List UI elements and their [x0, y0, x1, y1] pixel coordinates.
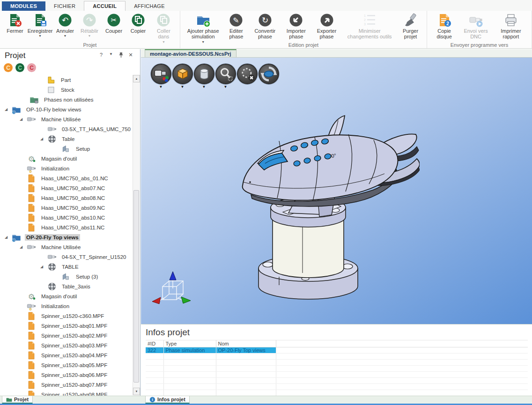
purger-projet-button[interactable]: Purger projet: [397, 12, 424, 41]
expand-arrow-icon[interactable]: ◢: [5, 107, 12, 111]
copier-button[interactable]: Copier: [126, 12, 150, 35]
svg-text:i: i: [152, 398, 153, 402]
button-label: Coller dans: [152, 28, 176, 40]
status-tab-projet[interactable]: Projet: [2, 396, 33, 404]
tree-item-op-20-fly-top-views[interactable]: ◢5OP-20-Fly Top views: [0, 232, 132, 242]
editer-phase-button[interactable]: ✎Editer phase: [223, 12, 249, 41]
folder-plus-icon: [196, 13, 210, 27]
panel-title: Projet: [5, 51, 25, 60]
tree-item-stock[interactable]: Stock: [0, 85, 132, 95]
annuler-button[interactable]: ↶Annuler▼: [53, 12, 77, 38]
machine-display-button[interactable]: ▼: [150, 64, 171, 89]
ribbon-tab-fichier[interactable]: FICHIER: [45, 1, 84, 11]
stock-display-button[interactable]: ▼: [193, 64, 214, 89]
tree-item-setup-3[interactable]: Setup (3): [0, 272, 132, 281]
tree-item-spinner-u1520-abq07-mpf[interactable]: Spinner_u1520-abq07.MPF: [0, 380, 132, 390]
enregistrer-button[interactable]: Enregistrer▼: [27, 12, 53, 38]
tree-item-04-5x-tt-spinner-u1520[interactable]: 04-5X_TT_Spinner_U1520: [0, 252, 132, 262]
table-row-selected[interactable]: 322Phase simulationOP-20-Fly Top views: [146, 347, 528, 353]
expand-arrow-icon[interactable]: ◢: [20, 117, 27, 121]
button-label: Fermer: [7, 28, 23, 34]
tree-item-spinner-u1520-abq08-mpf[interactable]: Spinner_u1520-abq08.MPF: [0, 390, 132, 396]
importer-phase-button[interactable]: Importer phase: [281, 12, 311, 41]
scroll-down-button[interactable]: ▼: [133, 388, 140, 395]
convertir-phase-button[interactable]: ↻Convertir phase: [249, 12, 281, 41]
part-display-button[interactable]: ▼: [172, 64, 193, 89]
tree-item-machine-utilis-e[interactable]: ◢Machine Utilisée: [0, 242, 132, 252]
tree-item-spinner-u1520-abq05-mpf[interactable]: Spinner_u1520-abq05.MPF: [0, 360, 132, 370]
panel-collapse-button[interactable]: ▼: [108, 52, 114, 59]
tree-item-table[interactable]: ◢Table: [0, 134, 132, 144]
tree-item-spinner-u1520-abq02-mpf[interactable]: Spinner_u1520-abq02.MPF: [0, 331, 132, 340]
tree-item-op-10-fly-below-views[interactable]: ◢5OP-10-Fly below views: [0, 104, 132, 114]
tree-scrollbar[interactable]: ▲ ▼: [133, 75, 140, 395]
envoi-vers-dnc-button: Envoi vers DNC: [458, 12, 493, 41]
tree-item-haas-umc750-abs-01-nc[interactable]: Haas_UMC750_abs_01.NC: [0, 173, 132, 183]
dashed-x-icon: [237, 64, 258, 84]
viewport-3d[interactable]: ▼▼▼▼▼▼: [141, 58, 532, 324]
ajouter-phase-simulation-button[interactable]: Ajouter phase simulation▼: [183, 12, 223, 44]
table-row-empty: [146, 360, 528, 366]
tree-item-machine-utilis-e[interactable]: ◢Machine Utilisée: [0, 114, 132, 124]
fermer-button[interactable]: Fermer: [3, 12, 27, 35]
panel-help-button[interactable]: ?: [98, 52, 104, 59]
tree-item-phases-non-utilis-es[interactable]: Phases non utilisées: [0, 95, 132, 104]
couper-button[interactable]: ✂Couper: [102, 12, 126, 35]
column-header-id[interactable]: #ID: [146, 340, 163, 347]
tree-root-icon-1[interactable]: C: [4, 63, 13, 72]
refresh-view-button[interactable]: ▼: [258, 64, 279, 89]
scroll-up-button[interactable]: ▲: [133, 75, 140, 82]
tree-item-spinner-u1520-abq01-mpf[interactable]: Spinner_u1520-abq01.MPF: [0, 321, 132, 331]
expand-arrow-icon[interactable]: ◢: [20, 245, 27, 249]
tree-item-initialization[interactable]: ⚙Initialization: [0, 301, 132, 311]
tree-item-haas-umc750-abs11-nc[interactable]: Haas_UMC750_abs11.NC: [0, 222, 132, 232]
tree-root-icon-3[interactable]: C: [27, 63, 36, 72]
tree-item-part[interactable]: Part: [0, 75, 132, 85]
column-header-type[interactable]: Type: [163, 340, 216, 347]
tree-item-haas-umc750-abs07-nc[interactable]: Haas_UMC750_abs07.NC: [0, 183, 132, 193]
table-row-empty: [146, 353, 528, 360]
ribbon-tab-accueil[interactable]: ACCUEIL: [84, 1, 126, 11]
tree-item-table[interactable]: ◢TABLE: [0, 262, 132, 272]
exporter-phase-button[interactable]: Exporter phase: [311, 12, 342, 41]
tree-root-icon-2[interactable]: C: [15, 63, 24, 72]
expand-arrow-icon[interactable]: ◢: [40, 265, 47, 269]
tree-item-haas-umc750-abs09-nc[interactable]: Haas_UMC750_abs09.NC: [0, 203, 132, 213]
dropdown-arrow-icon: ▼: [64, 34, 67, 37]
tree-item-spinner-u1520-abq04-mpf[interactable]: Spinner_u1520-abq04.MPF: [0, 350, 132, 360]
zoom-tools-button[interactable]: ▼: [215, 64, 236, 89]
document-tab[interactable]: montage-avion-DESSOUS.NcsPrj: [145, 49, 236, 57]
tree-item-initialization[interactable]: ⚙Initialization: [0, 163, 132, 173]
ribbon-tab-affichage[interactable]: AFFICHAGE: [126, 1, 173, 11]
svg-text:⚙: ⚙: [29, 169, 32, 173]
selection-clear-button[interactable]: ▼: [236, 64, 258, 89]
panel-close-button[interactable]: ✕: [128, 52, 133, 59]
tree-item-haas-umc750-abs10-nc[interactable]: Haas_UMC750_abs10.NC: [0, 213, 132, 222]
svg-text:2: 2: [364, 18, 366, 22]
tree-item-setup[interactable]: Setup: [0, 144, 132, 154]
status-tab-infos[interactable]: i Infos projet: [145, 396, 190, 404]
column-header-nom[interactable]: Nom: [216, 340, 276, 347]
nc-file-icon: [27, 321, 36, 331]
ribbon-group-envoyer-programme-vers: 2Copie disqueEnvoi vers DNCImprimer rapp…: [427, 11, 532, 48]
tree-item-spinner-u1520-abq03-mpf[interactable]: Spinner_u1520-abq03.MPF: [0, 340, 132, 350]
dropdown-arrow-icon: ▼: [38, 34, 42, 37]
panel-pin-button[interactable]: [118, 52, 124, 59]
tree-item-spinner-u1520-c360-mpf[interactable]: Spinner_u1520-c360.MPF: [0, 311, 132, 321]
imprimer-rapport-button[interactable]: Imprimer rapport: [493, 12, 529, 41]
copie-disque-button[interactable]: 2Copie disque: [430, 12, 458, 41]
brush-icon: [404, 13, 418, 27]
tree-item-haas-umc750-abs08-nc[interactable]: Haas_UMC750_abs08.NC: [0, 193, 132, 203]
tree-item-magasin-d-outil[interactable]: ⚙Magasin d'outil: [0, 291, 132, 301]
ribbon-tab-modules[interactable]: MODULES: [2, 1, 45, 11]
scrollbar-thumb[interactable]: [133, 190, 139, 382]
tree-item-label: Magasin d'outil: [40, 155, 78, 162]
expand-arrow-icon[interactable]: ◢: [40, 137, 47, 141]
tree-item-03-5x-tt-haas-umc-750[interactable]: 03-5X_TT_HAAS_UMC_750: [0, 124, 132, 134]
svg-text:3: 3: [364, 22, 366, 26]
tree-item-table-3axis[interactable]: Table_3axis: [0, 281, 132, 291]
tree-item-magasin-d-outil[interactable]: ⚙Magasin d'outil: [0, 154, 132, 163]
expand-arrow-icon[interactable]: ◢: [5, 235, 12, 239]
tree-item-spinner-u1520-abq06-mpf[interactable]: Spinner_u1520-abq06.MPF: [0, 370, 132, 380]
svg-text:1: 1: [364, 14, 366, 17]
